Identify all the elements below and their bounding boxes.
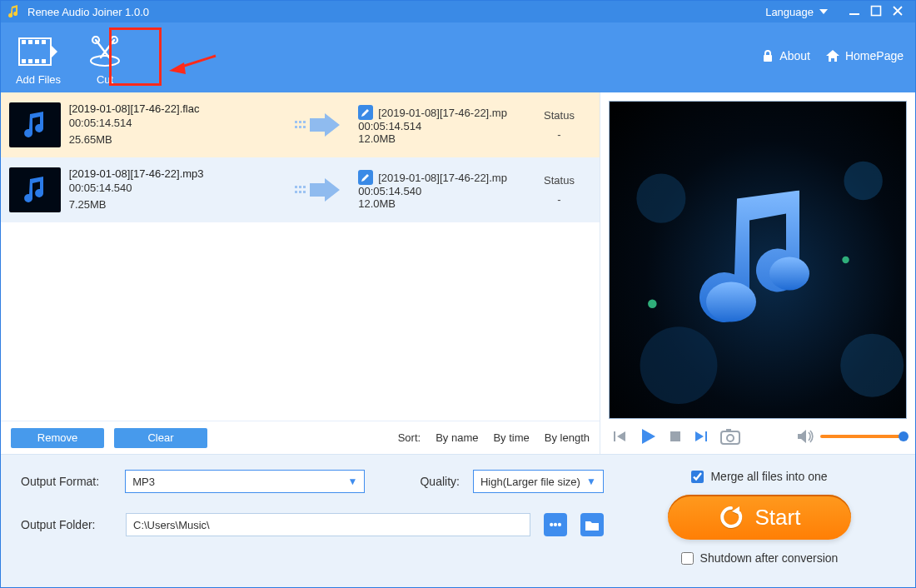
stop-button[interactable] <box>669 430 682 443</box>
status-label: Status <box>527 174 591 187</box>
output-format-label: Output Format: <box>21 475 112 488</box>
about-link[interactable]: About <box>761 49 810 62</box>
edit-output-button[interactable] <box>358 170 373 185</box>
svg-rect-20 <box>303 126 306 128</box>
merge-label: Merge all files into one <box>710 470 827 483</box>
svg-rect-26 <box>303 191 306 193</box>
dst-size: 12.0MB <box>358 197 519 210</box>
src-filename: [2019-01-08][17-46-22].mp3 <box>69 167 278 180</box>
next-track-button[interactable] <box>694 429 709 444</box>
file-row[interactable]: [2019-01-08][17-46-22].flac 00:05:14.514… <box>1 92 600 157</box>
language-label: Language <box>765 6 814 18</box>
convert-arrow-icon <box>286 113 350 137</box>
chevron-down-icon: ▼ <box>348 476 358 487</box>
src-size: 25.65MB <box>69 132 278 148</box>
quality-label: Quality: <box>420 475 459 488</box>
open-folder-button[interactable] <box>580 513 604 536</box>
svg-point-30 <box>840 334 904 397</box>
shutdown-checkbox-input[interactable] <box>681 552 694 565</box>
app-window: Renee Audio Joiner 1.0.0 Language <box>0 0 916 588</box>
remove-button[interactable]: Remove <box>11 428 104 448</box>
minimize-button[interactable] <box>844 5 865 19</box>
snapshot-button[interactable] <box>720 428 740 445</box>
svg-rect-1 <box>872 6 881 15</box>
sort-by-name[interactable]: By name <box>436 431 478 444</box>
shutdown-checkbox[interactable]: Shutdown after conversion <box>681 551 839 565</box>
titlebar: Renee Audio Joiner 1.0.0 Language <box>1 1 915 22</box>
refresh-icon <box>719 505 744 530</box>
maximize-button[interactable] <box>865 5 887 19</box>
svg-rect-15 <box>295 121 297 123</box>
about-label: About <box>779 49 810 62</box>
output-folder-value: C:\Users\Music\ <box>133 519 210 531</box>
right-pane <box>600 92 915 454</box>
svg-rect-5 <box>35 40 39 44</box>
browse-button[interactable]: ••• <box>544 513 567 536</box>
sort-by-length[interactable]: By length <box>545 431 590 444</box>
cut-label: Cut <box>76 73 134 86</box>
file-row[interactable]: [2019-01-08][17-46-22].mp3 00:05:14.540 … <box>1 157 600 222</box>
output-folder-input[interactable]: C:\Users\Music\ <box>126 513 530 536</box>
src-filename: [2019-01-08][17-46-22].flac <box>69 102 278 115</box>
svg-rect-23 <box>303 186 306 188</box>
svg-rect-37 <box>705 431 707 441</box>
src-duration: 00:05:14.540 <box>69 180 278 197</box>
dst-duration: 00:05:14.514 <box>358 120 519 132</box>
start-label: Start <box>755 505 801 531</box>
src-size: 7.25MB <box>69 197 278 213</box>
add-files-button[interactable]: Add Files <box>1 35 76 92</box>
music-note-icon <box>691 190 824 335</box>
merge-checkbox[interactable]: Merge all files into one <box>691 470 827 483</box>
svg-rect-10 <box>42 59 46 63</box>
cut-button[interactable]: Cut <box>76 35 134 92</box>
shutdown-label: Shutdown after conversion <box>700 551 839 565</box>
toolbar: Add Files Cut About <box>1 22 915 92</box>
quality-value: High(Larger file size) <box>480 476 580 488</box>
svg-rect-3 <box>22 40 26 44</box>
folder-icon <box>585 519 600 531</box>
volume-icon[interactable] <box>797 429 814 444</box>
volume-slider[interactable] <box>820 435 904 438</box>
svg-rect-24 <box>295 191 297 193</box>
start-button[interactable]: Start <box>668 495 851 540</box>
list-action-bar: Remove Clear Sort: By name By time By le… <box>1 421 600 454</box>
app-title: Renee Audio Joiner 1.0.0 <box>27 6 149 18</box>
lock-icon <box>761 49 774 62</box>
left-pane: [2019-01-08][17-46-22].flac 00:05:14.514… <box>1 92 600 454</box>
svg-point-34 <box>769 257 809 290</box>
main-area: [2019-01-08][17-46-22].flac 00:05:14.514… <box>1 92 915 454</box>
svg-rect-25 <box>299 191 301 193</box>
sort-by-time[interactable]: By time <box>493 431 529 444</box>
language-dropdown[interactable]: Language <box>765 6 829 18</box>
add-files-label: Add Files <box>1 73 76 86</box>
edit-output-button[interactable] <box>358 105 373 120</box>
merge-checkbox-input[interactable] <box>691 471 704 483</box>
svg-rect-0 <box>849 13 859 15</box>
svg-rect-9 <box>35 59 39 63</box>
chevron-down-icon <box>819 7 829 16</box>
home-icon <box>825 49 840 62</box>
status-value: - <box>527 128 591 141</box>
close-button[interactable] <box>887 5 909 19</box>
svg-rect-6 <box>42 40 46 44</box>
filmstrip-icon <box>1 35 76 68</box>
homepage-link[interactable]: HomePage <box>825 49 904 62</box>
dst-filename: [2019-01-08][17-46-22].mp <box>378 107 507 119</box>
clear-button[interactable]: Clear <box>114 428 207 448</box>
svg-rect-36 <box>670 431 680 441</box>
svg-rect-16 <box>299 121 301 123</box>
convert-arrow-icon <box>286 178 350 202</box>
status-value: - <box>527 193 591 206</box>
prev-track-button[interactable] <box>612 429 627 444</box>
svg-rect-40 <box>726 429 731 432</box>
quality-dropdown[interactable]: High(Larger file size) ▼ <box>473 470 604 493</box>
play-button[interactable] <box>639 427 657 446</box>
player-controls <box>600 419 915 454</box>
volume-knob[interactable] <box>899 431 909 441</box>
output-format-dropdown[interactable]: MP3 ▼ <box>125 470 365 493</box>
svg-point-27 <box>636 174 685 223</box>
svg-point-28 <box>844 162 882 200</box>
dst-filename: [2019-01-08][17-46-22].mp <box>378 172 507 184</box>
svg-rect-18 <box>295 126 297 128</box>
svg-rect-7 <box>22 59 26 63</box>
